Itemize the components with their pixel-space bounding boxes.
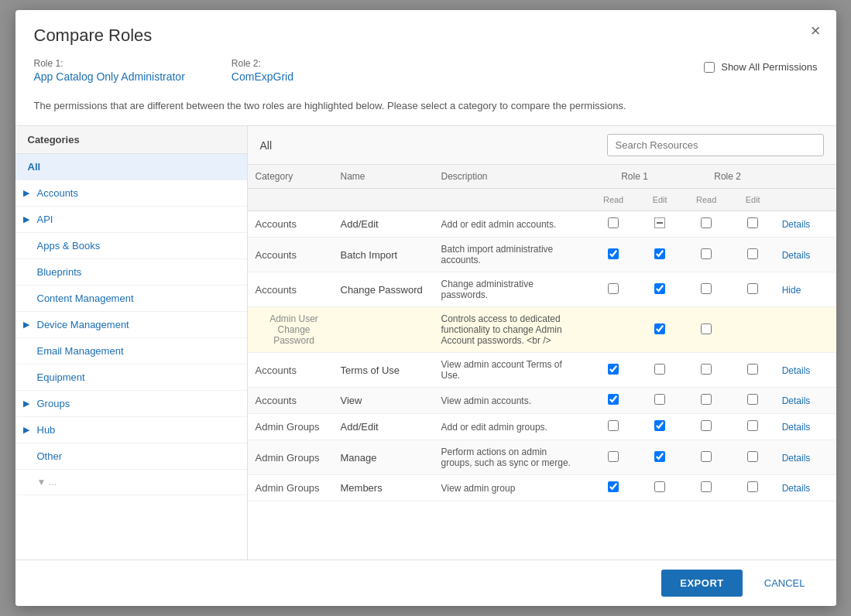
sidebar-item-groups-label: Groups bbox=[37, 398, 70, 409]
th-role2-read: Read bbox=[681, 189, 732, 211]
sidebar-item-hub-label: Hub bbox=[37, 424, 56, 436]
details-link[interactable]: Details bbox=[782, 365, 811, 376]
sidebar-item-content-management[interactable]: Content Management bbox=[15, 286, 247, 312]
details-link[interactable]: Details bbox=[782, 483, 811, 494]
checkbox-role1-edit[interactable] bbox=[654, 420, 665, 431]
row-role2-edit bbox=[732, 475, 774, 501]
details-link[interactable]: Details bbox=[782, 395, 811, 406]
checkbox-role2-read[interactable] bbox=[701, 394, 712, 405]
checkbox-role2-edit[interactable] bbox=[747, 394, 758, 405]
checkbox-role1-edit[interactable] bbox=[654, 451, 665, 462]
row-category: Accounts bbox=[248, 388, 333, 414]
checkbox-role2-read[interactable] bbox=[701, 323, 712, 334]
modal-footer: EXPORT CANCEL bbox=[15, 560, 836, 606]
row-category: Accounts bbox=[248, 211, 333, 238]
checkbox-role2-read[interactable] bbox=[701, 420, 712, 431]
checkbox-role2-edit[interactable] bbox=[747, 481, 758, 492]
checkbox-role2-edit[interactable] bbox=[747, 248, 758, 259]
checkbox-role2-read[interactable] bbox=[701, 283, 712, 294]
sidebar-item-all[interactable]: All bbox=[15, 154, 247, 180]
sidebar: Categories All ▶ Accounts ▶ API Apps & B… bbox=[15, 126, 248, 560]
details-link[interactable]: Details bbox=[782, 453, 811, 464]
show-all-permissions-label[interactable]: Show All Permissions bbox=[721, 61, 817, 73]
cancel-button[interactable]: CANCEL bbox=[752, 570, 818, 597]
sidebar-item-more[interactable]: ▼ ... bbox=[15, 470, 247, 495]
checkbox-role1-read[interactable] bbox=[608, 420, 619, 431]
checkbox-role2-edit[interactable] bbox=[747, 420, 758, 431]
checkbox-role2-read[interactable] bbox=[701, 481, 712, 492]
th-action bbox=[774, 165, 836, 189]
sidebar-item-email-management[interactable]: Email Management bbox=[15, 338, 247, 364]
checkbox-role1-read[interactable] bbox=[608, 217, 619, 228]
arrow-icon-api: ▶ bbox=[23, 214, 29, 224]
row-role1-read bbox=[588, 238, 639, 272]
checkbox-role2-read[interactable] bbox=[701, 248, 712, 259]
export-button[interactable]: EXPORT bbox=[661, 570, 742, 597]
sidebar-item-api[interactable]: ▶ API bbox=[15, 207, 247, 233]
row-role2-read bbox=[681, 307, 732, 353]
role1-block: Role 1: App Catalog Only Administrator bbox=[34, 58, 185, 83]
checkbox-role1-read[interactable] bbox=[608, 451, 619, 462]
content-area: All Category Name Description Role 1 Rol… bbox=[248, 126, 836, 560]
sidebar-item-blueprints[interactable]: Blueprints bbox=[15, 259, 247, 286]
th-role1: Role 1 bbox=[588, 165, 681, 189]
checkbox-role1-edit[interactable] bbox=[654, 481, 665, 492]
checkbox-role1-read[interactable] bbox=[608, 248, 619, 259]
role2-value[interactable]: ComExpGrid bbox=[232, 70, 293, 83]
row-description: View admin group bbox=[434, 475, 588, 501]
checkbox-role1-read[interactable] bbox=[608, 394, 619, 405]
row-role1-read bbox=[588, 475, 639, 501]
row-role2-edit bbox=[732, 211, 774, 238]
row-description: Batch import administrative accounts. bbox=[434, 238, 588, 272]
close-button[interactable]: × bbox=[811, 22, 821, 39]
hide-link[interactable]: Hide bbox=[782, 285, 801, 296]
sidebar-item-apps-books[interactable]: Apps & Books bbox=[15, 233, 247, 259]
checkbox-role2-edit[interactable] bbox=[747, 364, 758, 375]
checkbox-role2-edit[interactable] bbox=[747, 217, 758, 228]
row-role1-read bbox=[588, 388, 639, 414]
modal-body: Categories All ▶ Accounts ▶ API Apps & B… bbox=[15, 126, 836, 560]
details-link[interactable]: Details bbox=[782, 219, 811, 230]
sidebar-item-hub[interactable]: ▶ Hub bbox=[15, 417, 247, 443]
row-name: Manage bbox=[333, 440, 434, 475]
row-role2-read bbox=[681, 414, 732, 440]
checkbox-role1-read[interactable] bbox=[608, 481, 619, 492]
row-action: Hide bbox=[774, 272, 836, 307]
details-link[interactable]: Details bbox=[782, 422, 811, 433]
role1-value[interactable]: App Catalog Only Administrator bbox=[34, 70, 185, 83]
details-link[interactable]: Details bbox=[782, 250, 811, 261]
checkbox-role1-edit[interactable] bbox=[654, 364, 665, 375]
sidebar-item-equipment[interactable]: Equipment bbox=[15, 364, 247, 391]
row-action: Details bbox=[774, 475, 836, 501]
sidebar-item-device-management[interactable]: ▶ Device Management bbox=[15, 312, 247, 338]
checkbox-role2-edit[interactable] bbox=[747, 283, 758, 294]
search-resources-input[interactable] bbox=[607, 134, 824, 156]
row-role2-read bbox=[681, 475, 732, 501]
row-role1-edit bbox=[639, 414, 681, 440]
checkbox-role2-read[interactable] bbox=[701, 451, 712, 462]
checkbox-role2-read[interactable] bbox=[701, 364, 712, 375]
checkbox-role1-edit[interactable] bbox=[654, 394, 665, 405]
table-row: Accounts Batch Import Batch import admin… bbox=[248, 238, 836, 272]
checkbox-role1-edit[interactable] bbox=[654, 283, 665, 294]
sidebar-item-accounts[interactable]: ▶ Accounts bbox=[15, 180, 247, 207]
compare-roles-modal: Compare Roles × Role 1: App Catalog Only… bbox=[15, 10, 836, 606]
content-title: All bbox=[260, 139, 273, 152]
checkbox-role1-edit[interactable] bbox=[654, 323, 665, 334]
description-text: The permissions that are different betwe… bbox=[34, 92, 818, 118]
row-role1-edit bbox=[639, 353, 681, 388]
sidebar-item-blueprints-label: Blueprints bbox=[37, 266, 82, 278]
checkbox-role2-edit[interactable] bbox=[747, 451, 758, 462]
show-all-permissions-checkbox[interactable] bbox=[704, 62, 715, 73]
checkbox-role1-read[interactable] bbox=[608, 364, 619, 375]
arrow-icon-groups: ▶ bbox=[23, 399, 29, 409]
th-description: Description bbox=[434, 165, 588, 189]
row-name: Members bbox=[333, 475, 434, 501]
row-role2-read bbox=[681, 440, 732, 475]
checkbox-role2-read[interactable] bbox=[701, 217, 712, 228]
sidebar-item-other[interactable]: Other bbox=[15, 443, 247, 470]
checkbox-role1-read[interactable] bbox=[608, 283, 619, 294]
table-wrapper: Category Name Description Role 1 Role 2 bbox=[248, 165, 836, 560]
checkbox-role1-edit[interactable] bbox=[654, 248, 665, 259]
sidebar-item-groups[interactable]: ▶ Groups bbox=[15, 391, 247, 417]
